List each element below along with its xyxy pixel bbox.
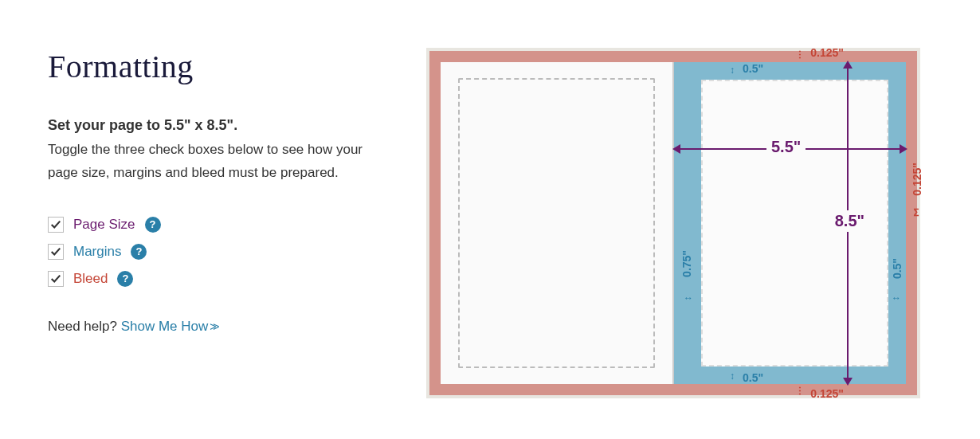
arrow-icon (730, 371, 735, 381)
help-icon-bleed[interactable]: ? (117, 271, 133, 287)
checkbox-bleed[interactable] (48, 271, 64, 287)
checkbox-list: Page Size ? Margins ? Bleed ? (48, 217, 382, 287)
bleed-top-label: 0.125" (810, 46, 844, 59)
chevron-right-icon: >> (210, 320, 216, 333)
checkbox-page-size[interactable] (48, 217, 64, 233)
page-spread: 0.5" 0.5" 0.75" 0.5" 5.5" 8.5" (441, 62, 906, 384)
right-page: 0.5" 0.5" 0.75" 0.5" 5.5" 8.5" (674, 62, 906, 384)
checkmark-icon (50, 219, 61, 230)
tick-icon: ⵗ (798, 386, 801, 397)
bleed-outer-label: 0.125" (911, 163, 923, 196)
width-label: 5.5" (766, 138, 806, 156)
checkbox-label-bleed: Bleed (73, 271, 108, 287)
page-heading: Formatting (48, 48, 382, 85)
instruction-text: Toggle the three check boxes below to se… (48, 139, 367, 185)
margin-top-label: 0.5" (743, 62, 763, 75)
checkbox-row-bleed: Bleed ? (48, 271, 382, 287)
checkbox-label-margins: Margins (73, 244, 121, 260)
tick-icon: ⵗ (798, 49, 801, 61)
tick-icon: ⵉ (913, 207, 919, 218)
margin-bottom-label: 0.5" (743, 371, 763, 384)
need-help-prefix: Need help? (48, 319, 121, 334)
arrow-icon (892, 293, 901, 303)
left-text-area (458, 78, 655, 368)
checkbox-margins[interactable] (48, 244, 64, 260)
help-icon-margins[interactable]: ? (131, 244, 147, 260)
margin-outer-label: 0.5" (891, 258, 904, 279)
checkmark-icon (50, 246, 61, 257)
help-icon-page-size[interactable]: ? (145, 217, 161, 233)
left-page (441, 62, 672, 384)
instruction-bold: Set your page to 5.5" x 8.5". (48, 117, 382, 134)
arrow-icon (730, 65, 735, 75)
checkbox-row-page-size: Page Size ? (48, 217, 382, 233)
show-me-how-link[interactable]: Show Me How >> (121, 319, 217, 334)
need-help-line: Need help? Show Me How >> (48, 319, 382, 335)
bleed-bottom-label: 0.125" (810, 387, 844, 400)
margin-inner-label: 0.75" (680, 250, 693, 277)
checkmark-icon (50, 273, 61, 284)
checkbox-row-margins: Margins ? (48, 244, 382, 260)
checkbox-label-page-size: Page Size (73, 217, 135, 233)
height-label: 8.5" (832, 210, 868, 232)
arrow-icon (684, 293, 693, 303)
formatting-diagram: 0.5" 0.5" 0.75" 0.5" 5.5" 8.5" (426, 48, 920, 398)
